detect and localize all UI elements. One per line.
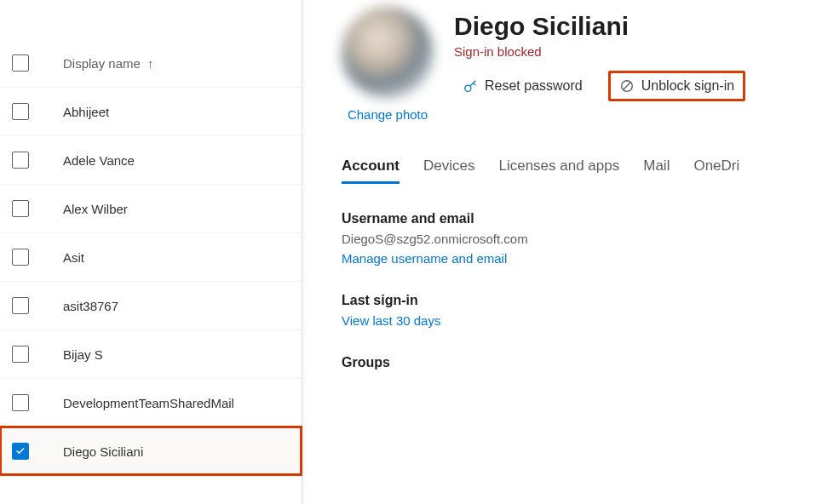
svg-line-2 [623,83,630,90]
groups-label: Groups [342,355,822,370]
groups-section: Groups [342,355,822,370]
row-checkbox[interactable] [12,152,29,169]
tab-mail[interactable]: Mail [643,158,670,184]
row-display-name: Asit [63,250,84,265]
sort-ascending-icon: ↑ [147,56,154,71]
unblock-signin-label: Unblock sign-in [641,78,734,94]
row-checkbox[interactable] [12,297,29,314]
tab-onedrive[interactable]: OneDri [693,158,739,184]
user-row[interactable]: Bijay S [0,329,302,378]
user-row[interactable]: Diego Siciliani [0,427,302,475]
view-last-30-days-link[interactable]: View last 30 days [342,313,440,328]
user-row[interactable]: Alex Wilber [0,184,302,232]
user-row[interactable]: Asit [0,232,302,281]
row-checkbox[interactable] [12,103,29,120]
last-signin-section: Last sign-in View last 30 days [342,293,822,328]
user-display-name: Diego Siciliani [454,12,745,41]
row-display-name: asit38767 [63,299,118,313]
list-header-row: Display name ↑ [0,49,302,87]
row-display-name: Abhijeet [63,105,109,119]
row-display-name: DevelopmentTeamSharedMail [63,396,234,410]
username-section: Username and email DiegoS@szg52.onmicros… [342,211,822,266]
row-checkbox[interactable] [12,394,29,411]
row-display-name: Bijay S [63,347,103,362]
check-icon [14,445,26,457]
user-detail-panel: Change photo Diego Siciliani Sign-in blo… [302,0,822,504]
svg-point-0 [465,85,471,91]
tab-licenses[interactable]: Licenses and apps [498,158,619,184]
row-checkbox[interactable] [12,249,29,266]
detail-tabs: Account Devices Licenses and apps Mail O… [342,158,822,184]
key-icon [463,78,478,94]
row-display-name: Adele Vance [63,153,135,168]
row-display-name: Alex Wilber [63,202,128,216]
user-row[interactable]: asit38767 [0,281,302,329]
avatar [342,7,434,99]
reset-password-button[interactable]: Reset password [454,73,591,99]
user-list-panel: Display name ↑ AbhijeetAdele VanceAlex W… [0,0,302,504]
change-photo-link[interactable]: Change photo [348,107,428,122]
row-checkbox[interactable] [12,346,29,363]
select-all-checkbox[interactable] [12,54,29,72]
unblock-signin-button[interactable]: Unblock sign-in [608,71,745,101]
tab-devices[interactable]: Devices [423,158,474,184]
row-checkbox[interactable] [12,443,29,460]
block-icon [619,78,635,94]
signin-status: Sign-in blocked [454,44,745,59]
row-checkbox[interactable] [12,200,29,217]
user-row[interactable]: Adele Vance [0,135,302,184]
column-header-display-name[interactable]: Display name ↑ [63,56,154,71]
reset-password-label: Reset password [485,78,583,94]
row-display-name: Diego Siciliani [63,444,143,459]
tab-account[interactable]: Account [342,158,400,184]
user-row[interactable]: DevelopmentTeamSharedMail [0,378,302,427]
profile-header: Change photo Diego Siciliani Sign-in blo… [342,7,822,122]
manage-username-link[interactable]: Manage username and email [342,251,507,266]
last-signin-label: Last sign-in [342,293,822,308]
username-value: DiegoS@szg52.onmicrosoft.com [342,232,822,246]
username-label: Username and email [342,211,822,226]
user-row[interactable]: Abhijeet [0,87,302,135]
